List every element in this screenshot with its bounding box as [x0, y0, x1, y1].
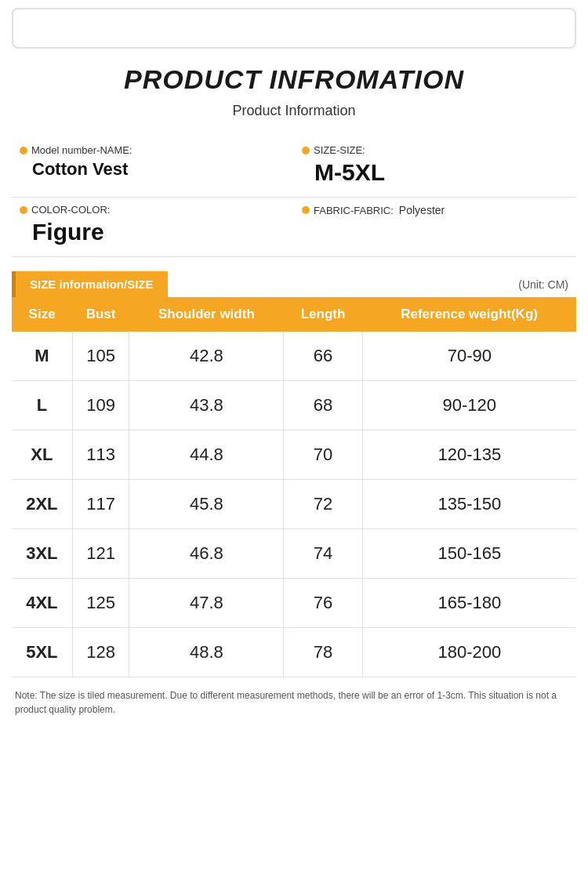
table-cell: 43.8: [129, 381, 284, 430]
table-cell: 125: [72, 579, 129, 628]
table-cell: 44.8: [129, 430, 284, 480]
table-cell: 2XL: [12, 480, 72, 529]
table-cell: 66: [284, 332, 362, 381]
dot-icon: [20, 147, 27, 154]
dot-icon: [302, 206, 310, 214]
table-cell: 105: [72, 332, 129, 381]
table-cell: 150-165: [362, 529, 576, 579]
table-cell: 72: [284, 480, 362, 529]
size-section-label: SIZE information/SIZE: [12, 271, 168, 297]
table-cell: 45.8: [129, 480, 284, 529]
table-cell: 74: [284, 529, 362, 579]
product-info-grid: Model number-NAME: Cotton Vest SIZE-SIZE…: [12, 138, 576, 257]
color-label: COLOR-COLOR:: [20, 204, 286, 216]
col-weight: Reference weight(Kg): [362, 297, 576, 332]
table-cell: 180-200: [362, 628, 576, 677]
table-body: M10542.86670-90L10943.86890-120XL11344.8…: [12, 332, 576, 677]
table-row: 5XL12848.878180-200: [12, 628, 576, 677]
col-shoulder: Shoulder width: [129, 297, 284, 332]
table-cell: 76: [284, 579, 362, 628]
subtitle: Product Information: [12, 101, 576, 121]
note-text: Note: The size is tiled measurement. Due…: [12, 688, 576, 717]
main-title: PRODUCT INFROMATION: [12, 64, 576, 95]
table-row: 3XL12146.874150-165: [12, 529, 576, 579]
table-cell: 46.8: [129, 529, 284, 579]
table-cell: 48.8: [129, 628, 284, 677]
model-label: Model number-NAME:: [20, 144, 286, 156]
size-value: M-5XL: [314, 159, 568, 186]
table-cell: M: [12, 332, 72, 381]
table-cell: 78: [284, 628, 362, 677]
fabric-cell: FABRIC-FABRIC: Polyester: [294, 198, 576, 257]
table-row: L10943.86890-120: [12, 381, 576, 430]
table-cell: 5XL: [12, 628, 72, 677]
model-value: Cotton Vest: [32, 159, 286, 180]
color-value: Figure: [32, 219, 286, 245]
table-cell: 109: [72, 381, 129, 430]
table-cell: 117: [72, 480, 129, 529]
table-row: 2XL11745.872135-150: [12, 480, 576, 529]
table-cell: 70-90: [362, 332, 576, 381]
size-cell: SIZE-SIZE: M-5XL: [294, 138, 576, 198]
table-cell: 3XL: [12, 529, 72, 579]
table-cell: 135-150: [362, 480, 576, 529]
table-cell: 68: [284, 381, 362, 430]
table-cell: 165-180: [362, 579, 576, 628]
table-cell: 128: [72, 628, 129, 677]
table-cell: 121: [72, 529, 129, 579]
col-length: Length: [284, 297, 362, 332]
table-row: 4XL12547.876165-180: [12, 579, 576, 628]
unit-label: (Unit: CM): [518, 278, 576, 291]
table-cell: 90-120: [362, 381, 576, 430]
table-header-row: Size Bust Shoulder width Length Referenc…: [12, 297, 576, 332]
model-cell: Model number-NAME: Cotton Vest: [12, 138, 294, 198]
dot-icon: [20, 206, 27, 214]
fabric-label: FABRIC-FABRIC: Polyester: [302, 204, 568, 216]
size-table: Size Bust Shoulder width Length Referenc…: [12, 297, 576, 677]
table-cell: L: [12, 381, 72, 430]
col-size: Size: [12, 297, 72, 332]
table-cell: 120-135: [362, 430, 576, 480]
table-cell: 4XL: [12, 579, 72, 628]
table-row: M10542.86670-90: [12, 332, 576, 381]
header-border-box: [12, 8, 576, 49]
dot-icon: [302, 147, 310, 154]
table-row: XL11344.870120-135: [12, 430, 576, 480]
col-bust: Bust: [72, 297, 129, 332]
table-cell: XL: [12, 430, 72, 480]
table-cell: 113: [72, 430, 129, 480]
table-cell: 42.8: [129, 332, 284, 381]
color-cell: COLOR-COLOR: Figure: [12, 198, 294, 257]
page-container: PRODUCT INFROMATION Product Information …: [0, 0, 588, 875]
table-cell: 47.8: [129, 579, 284, 628]
size-label: SIZE-SIZE:: [302, 144, 568, 156]
table-cell: 70: [284, 430, 362, 480]
size-section-header: SIZE information/SIZE (Unit: CM): [12, 271, 576, 297]
